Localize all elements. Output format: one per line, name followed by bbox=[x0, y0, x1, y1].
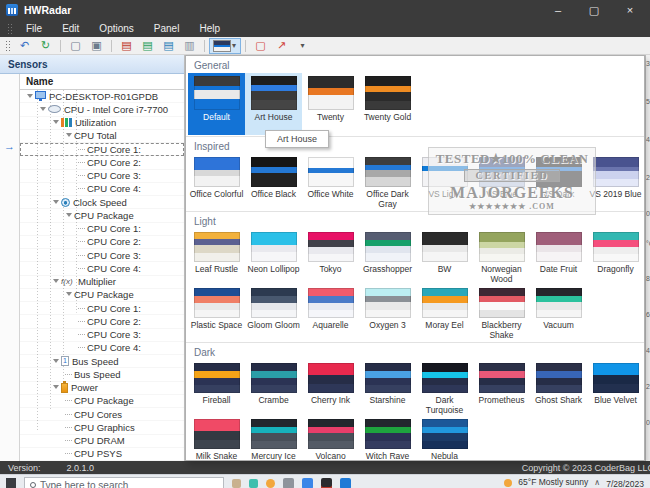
menu-item-panel[interactable]: Panel bbox=[144, 21, 190, 36]
tree-row-cpu-package[interactable]: CPU Package bbox=[20, 395, 184, 408]
theme-item-tokyo[interactable]: Tokyo bbox=[302, 229, 359, 285]
menu-item-file[interactable]: File bbox=[16, 21, 52, 36]
theme-item-milk-snake[interactable]: Milk Snake bbox=[188, 416, 245, 461]
expander-icon[interactable] bbox=[52, 357, 61, 366]
theme-item-dark-turquoise[interactable]: Dark Turquoise bbox=[416, 360, 473, 416]
tree-row-cpu-core-4[interactable]: CPU Core 4: bbox=[20, 342, 184, 355]
theme-item-mercury-ice[interactable]: Mercury Ice bbox=[245, 416, 302, 461]
tree-row-cpu-core-3[interactable]: CPU Core 3: bbox=[20, 170, 184, 183]
theme-item-witch-rave[interactable]: Witch Rave bbox=[359, 416, 416, 461]
tree-row-cpu-core-1[interactable]: CPU Core 1: bbox=[20, 302, 184, 315]
theme-item-blackberry-shake[interactable]: Blackberry Shake bbox=[473, 285, 530, 341]
theme-item-office-dark-gray[interactable]: Office Dark Gray bbox=[359, 154, 416, 210]
theme-item-vacuum[interactable]: Vacuum bbox=[530, 285, 587, 341]
close-button[interactable]: × bbox=[624, 4, 636, 17]
expander-icon[interactable] bbox=[52, 277, 61, 286]
taskbar-app-people-icon[interactable] bbox=[283, 478, 294, 488]
expander-icon[interactable] bbox=[39, 105, 48, 114]
tree-row-cpu-core-4[interactable]: CPU Core 4: bbox=[20, 183, 184, 196]
tree-row-pc-desktop-r01gpdb[interactable]: PC-DESKTOP-R01GPDB bbox=[20, 90, 184, 103]
taskbar-date[interactable]: 7/28/2023 bbox=[606, 479, 644, 488]
theme-item-office-black[interactable]: Office Black bbox=[245, 154, 302, 210]
menu-item-help[interactable]: Help bbox=[189, 21, 230, 36]
theme-item-gloom-gloom[interactable]: Gloom Gloom bbox=[245, 285, 302, 341]
theme-item-nebula[interactable]: Nebula bbox=[416, 416, 473, 461]
taskbar-search-input[interactable]: Type here to search bbox=[24, 477, 224, 488]
taskbar-app-hwradar-icon[interactable] bbox=[340, 478, 351, 488]
theme-item-blue-velvet[interactable]: Blue Velvet bbox=[587, 360, 644, 416]
panel-view-button[interactable]: ▢ bbox=[65, 38, 86, 54]
theme-item-prometheus[interactable]: Prometheus bbox=[473, 360, 530, 416]
theme-item-moray-eel[interactable]: Moray Eel bbox=[416, 285, 473, 341]
theme-item-grasshopper[interactable]: Grasshopper bbox=[359, 229, 416, 285]
export-3d-button[interactable]: ▤ bbox=[158, 38, 179, 54]
theme-item-office-white[interactable]: Office White bbox=[302, 154, 359, 210]
maximize-button[interactable]: ▢ bbox=[588, 4, 600, 17]
tree-row-cpu-core-1[interactable]: CPU Core 1: bbox=[20, 223, 184, 236]
theme-item-vs-light[interactable]: VS Light bbox=[416, 154, 473, 210]
tree-row-cpu-psys[interactable]: CPU PSYS bbox=[20, 448, 184, 461]
theme-item-default[interactable]: Default bbox=[188, 73, 245, 135]
tree-row-cpu-intel-core-i7-7700[interactable]: CPU - Intel Core i7-7700 bbox=[20, 103, 184, 116]
tree-column-header[interactable]: Name bbox=[20, 74, 184, 90]
tree-row-cpu-cores[interactable]: CPU Cores bbox=[20, 408, 184, 421]
expander-icon[interactable] bbox=[52, 118, 61, 127]
refresh-button[interactable]: ↻ bbox=[35, 38, 56, 54]
theme-item-date-fruit[interactable]: Date Fruit bbox=[530, 229, 587, 285]
tree-row-bus-speed[interactable]: 1Bus Speed bbox=[20, 355, 184, 368]
tree-row-clock-speed[interactable]: Clock Speed bbox=[20, 196, 184, 209]
taskbar-app-dark-icon[interactable] bbox=[321, 478, 332, 488]
tree-row-cpu-package[interactable]: CPU Package bbox=[20, 289, 184, 302]
expander-icon[interactable] bbox=[26, 92, 35, 101]
tree-row-cpu-core-1[interactable]: CPU Core 1: bbox=[20, 143, 184, 156]
theme-picker-button[interactable]: ▾ bbox=[209, 38, 241, 54]
tree-row-utilization[interactable]: Utilization bbox=[20, 117, 184, 130]
expander-icon[interactable] bbox=[52, 198, 61, 207]
expander-icon[interactable] bbox=[65, 211, 74, 220]
theme-item-vs-dark[interactable]: VS Dark bbox=[530, 154, 587, 210]
theme-item-cherry-ink[interactable]: Cherry Ink bbox=[302, 360, 359, 416]
theme-item-bw[interactable]: BW bbox=[416, 229, 473, 285]
tree-row-cpu-core-4[interactable]: CPU Core 4: bbox=[20, 262, 184, 275]
export-excel-button[interactable]: ▤ bbox=[137, 38, 158, 54]
theme-item-dragonfly[interactable]: Dragonfly bbox=[587, 229, 644, 285]
theme-item-starshine[interactable]: Starshine bbox=[359, 360, 416, 416]
weather-text[interactable]: 65°F Mostly sunny bbox=[518, 477, 588, 487]
export-db-button[interactable]: ▥ bbox=[179, 38, 200, 54]
tree-row-cpu-graphics[interactable]: CPU Graphics bbox=[20, 421, 184, 434]
taskbar-app-browser-icon[interactable] bbox=[302, 478, 313, 488]
menu-item-edit[interactable]: Edit bbox=[52, 21, 89, 36]
expander-icon[interactable] bbox=[52, 383, 61, 392]
toolbar-overflow-button[interactable]: ▾ bbox=[292, 38, 313, 54]
screenshot-button[interactable]: ▣ bbox=[86, 38, 107, 54]
theme-item-oxygen-3[interactable]: Oxygen 3 bbox=[359, 285, 416, 341]
tree-row-power[interactable]: Power bbox=[20, 382, 184, 395]
theme-item-art-house[interactable]: Art House bbox=[245, 73, 302, 135]
tree-row-cpu-core-2[interactable]: CPU Core 2: bbox=[20, 315, 184, 328]
tree-row-bus-speed[interactable]: Bus Speed bbox=[20, 368, 184, 381]
red-frame-button[interactable]: ▢ bbox=[250, 38, 271, 54]
theme-item-vs-blue[interactable]: VS Blue bbox=[473, 154, 530, 210]
expander-icon[interactable] bbox=[65, 290, 74, 299]
undo-button[interactable]: ↶ bbox=[14, 38, 35, 54]
theme-item-aquarelle[interactable]: Aquarelle bbox=[302, 285, 359, 341]
tree-row-cpu-core-3[interactable]: CPU Core 3: bbox=[20, 249, 184, 262]
theme-item-plastic-space[interactable]: Plastic Space bbox=[188, 285, 245, 341]
export-pdf-button[interactable]: ▤ bbox=[116, 38, 137, 54]
tree-row-cpu-core-3[interactable]: CPU Core 3: bbox=[20, 329, 184, 342]
tree-row-cpu-core-2[interactable]: CPU Core 2: bbox=[20, 156, 184, 169]
theme-item-twenty[interactable]: Twenty bbox=[302, 73, 359, 135]
tree-row-cpu-dram[interactable]: CPU DRAM bbox=[20, 435, 184, 448]
tree-row-cpu-core-2[interactable]: CPU Core 2: bbox=[20, 236, 184, 249]
tree-row-multiplier[interactable]: f(x)Multiplier bbox=[20, 276, 184, 289]
theme-item-leaf-rustle[interactable]: Leaf Rustle bbox=[188, 229, 245, 285]
theme-item-fireball[interactable]: Fireball bbox=[188, 360, 245, 416]
pop-out-button[interactable]: ↗ bbox=[271, 38, 292, 54]
menu-item-options[interactable]: Options bbox=[89, 21, 143, 36]
windows-start-icon[interactable] bbox=[6, 478, 16, 488]
theme-item-volcano[interactable]: Volcano bbox=[302, 416, 359, 461]
minimize-button[interactable]: – bbox=[552, 4, 564, 17]
theme-item-ghost-shark[interactable]: Ghost Shark bbox=[530, 360, 587, 416]
tree-row-cpu-total[interactable]: CPU Total bbox=[20, 130, 184, 143]
theme-item-vs-2019-blue[interactable]: VS 2019 Blue bbox=[587, 154, 644, 210]
